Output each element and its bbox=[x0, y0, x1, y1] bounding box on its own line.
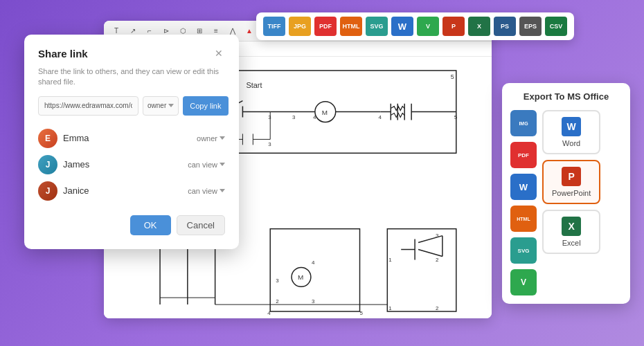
svg-text:5: 5 bbox=[454, 114, 458, 120]
export-layout: IMG PDF W HTML SVG V W Word P PowerPoint… bbox=[510, 110, 622, 295]
svg-text:2: 2 bbox=[276, 298, 279, 304]
svg-text:2: 2 bbox=[436, 305, 439, 311]
svg-text:1: 1 bbox=[388, 257, 392, 263]
user-name: Janice bbox=[63, 185, 89, 196]
svg-text:4: 4 bbox=[267, 310, 271, 316]
word-label: Word bbox=[562, 139, 580, 147]
chevron-down-icon bbox=[220, 163, 225, 166]
excel-icon: X bbox=[562, 217, 581, 236]
format-tiff-icon[interactable]: TIFF bbox=[263, 17, 285, 36]
svg-text:5: 5 bbox=[451, 73, 454, 80]
format-toolbar: TIFF JPG PDF HTML SVG W V P X PS EPS CSV bbox=[256, 12, 574, 40]
svg-text:3: 3 bbox=[312, 298, 315, 304]
export-ppt-card[interactable]: P PowerPoint bbox=[542, 160, 600, 204]
export-img-icon[interactable]: IMG bbox=[510, 110, 537, 136]
export-icons-column: IMG PDF W HTML SVG V bbox=[510, 110, 537, 295]
user-left: J Janice bbox=[38, 181, 89, 201]
user-left: J James bbox=[38, 155, 89, 174]
toolbar-fill-btn[interactable]: ▲ bbox=[242, 24, 256, 38]
format-eps-icon[interactable]: EPS bbox=[519, 17, 542, 36]
user-role-emma[interactable]: owner bbox=[197, 134, 225, 143]
dialog-actions: OK Cancel bbox=[38, 215, 225, 235]
ppt-icon: P bbox=[562, 167, 581, 186]
svg-text:3: 3 bbox=[436, 233, 439, 239]
svg-line-64 bbox=[418, 250, 442, 257]
user-role-james[interactable]: can view bbox=[188, 161, 225, 169]
export-cards-column: W Word P PowerPoint X Excel bbox=[542, 110, 600, 295]
link-row: owner Copy link bbox=[38, 96, 225, 116]
svg-text:4: 4 bbox=[312, 260, 315, 266]
dialog-header: Share link ✕ bbox=[38, 47, 225, 60]
svg-text:1: 1 bbox=[388, 305, 392, 311]
format-jpg-icon[interactable]: JPG bbox=[289, 17, 311, 36]
user-row: J James can view bbox=[38, 152, 225, 178]
avatar: J bbox=[38, 155, 57, 174]
format-ps-icon[interactable]: PS bbox=[494, 17, 516, 36]
format-csv-icon[interactable]: CSV bbox=[545, 17, 567, 36]
export-excel-card[interactable]: X Excel bbox=[542, 210, 600, 254]
svg-text:5: 5 bbox=[360, 310, 364, 316]
user-list: E Emma owner J James can view J Janice bbox=[38, 125, 225, 204]
svg-text:4: 4 bbox=[378, 114, 382, 120]
link-input[interactable] bbox=[38, 96, 138, 116]
svg-text:3: 3 bbox=[292, 114, 296, 120]
export-html-icon[interactable]: HTML bbox=[510, 206, 537, 232]
export-word-card[interactable]: W Word bbox=[542, 110, 600, 154]
chevron-down-icon bbox=[220, 136, 225, 140]
dialog-title: Share link bbox=[38, 48, 88, 60]
format-svg-icon[interactable]: SVG bbox=[366, 17, 388, 36]
cancel-button[interactable]: Cancel bbox=[177, 215, 225, 235]
ok-button[interactable]: OK bbox=[130, 215, 171, 235]
ppt-label: PowerPoint bbox=[552, 189, 591, 197]
export-pdf-icon[interactable]: PDF bbox=[510, 142, 537, 168]
format-word-icon[interactable]: W bbox=[391, 17, 413, 36]
export-svg-icon[interactable]: SVG bbox=[510, 237, 537, 264]
user-row: E Emma owner bbox=[38, 125, 225, 152]
svg-text:3: 3 bbox=[268, 141, 271, 147]
permission-select[interactable]: owner bbox=[143, 96, 179, 116]
chevron-down-icon bbox=[220, 189, 225, 192]
avatar: J bbox=[38, 181, 57, 201]
svg-text:4: 4 bbox=[313, 114, 316, 120]
permission-label: owner bbox=[147, 102, 166, 109]
dialog-close-button[interactable]: ✕ bbox=[213, 47, 225, 60]
format-ppt-icon[interactable]: P bbox=[442, 17, 465, 36]
export-word-side-icon[interactable]: W bbox=[510, 174, 537, 200]
word-icon: W bbox=[562, 117, 581, 136]
user-name: Emma bbox=[63, 133, 89, 143]
user-name: James bbox=[63, 159, 89, 170]
format-html-icon[interactable]: HTML bbox=[340, 17, 362, 36]
format-v-icon[interactable]: V bbox=[417, 17, 439, 36]
user-row: J Janice can view bbox=[38, 178, 225, 204]
format-pdf-icon[interactable]: PDF bbox=[314, 17, 337, 36]
svg-text:Start: Start bbox=[246, 81, 262, 89]
chevron-down-icon bbox=[168, 104, 174, 107]
svg-text:M: M bbox=[322, 109, 328, 116]
svg-line-63 bbox=[418, 236, 442, 243]
excel-label: Excel bbox=[562, 239, 581, 247]
user-role-janice[interactable]: can view bbox=[188, 187, 225, 195]
dialog-description: Share the link to others, and they can v… bbox=[38, 66, 225, 88]
svg-text:2: 2 bbox=[436, 257, 439, 263]
export-title: Export To MS Office bbox=[510, 91, 622, 102]
svg-rect-53 bbox=[270, 229, 359, 311]
export-panel: Export To MS Office IMG PDF W HTML SVG V… bbox=[502, 83, 630, 304]
svg-text:3: 3 bbox=[276, 277, 279, 284]
export-v-icon[interactable]: V bbox=[510, 269, 537, 295]
share-dialog: Share link ✕ Share the link to others, a… bbox=[24, 35, 239, 249]
copy-link-button[interactable]: Copy link bbox=[183, 96, 228, 116]
avatar: E bbox=[38, 129, 57, 148]
svg-text:M: M bbox=[298, 273, 303, 281]
user-left: E Emma bbox=[38, 129, 89, 148]
format-xl-icon[interactable]: X bbox=[468, 17, 490, 36]
